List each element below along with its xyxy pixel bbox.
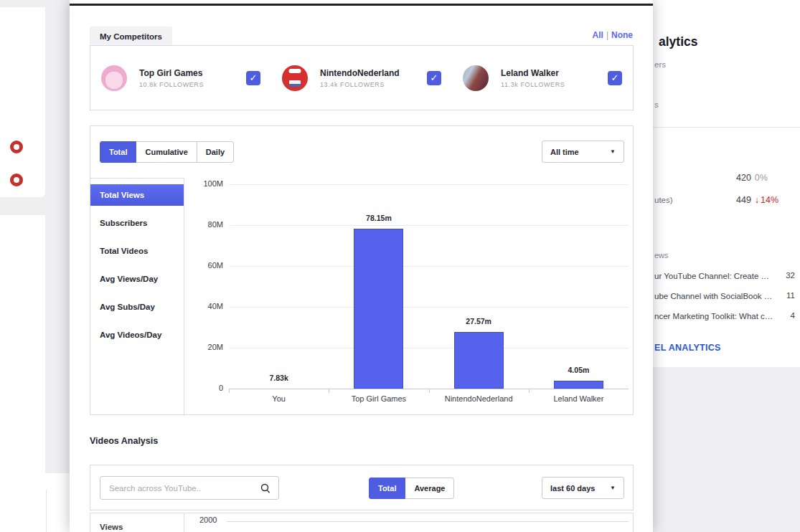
gridline	[229, 184, 629, 185]
competitor-followers: 10.8k FOLLOWERS	[139, 81, 204, 88]
x-axis-tick-mark	[529, 389, 530, 393]
competitor-checkbox[interactable]: ✓	[608, 71, 622, 85]
competitor-name: Leland Walker	[501, 68, 565, 78]
chevron-down-icon: ▼	[610, 148, 616, 155]
bg-video-title: ncer Marketing Toolkit: What can Soc...	[654, 312, 775, 320]
views-row-header-cell: Views	[90, 513, 184, 532]
nintendonederland-avatar	[282, 65, 308, 91]
modal-top-edge	[70, 4, 653, 6]
metric-item-total-videos[interactable]: Total Videos	[90, 240, 184, 262]
views-row-card: Views 2000	[90, 513, 634, 532]
search-icon	[260, 483, 271, 494]
youtube-icon	[10, 174, 23, 186]
metric-item-subscribers[interactable]: Subscribers	[90, 212, 184, 234]
bg-video-row: ur YouTube Channel: Create GORGEO...32	[654, 271, 798, 280]
competitor-followers: 11.3k FOLLOWERS	[501, 81, 565, 88]
competitor-texts: Leland Walker11.3k FOLLOWERS	[501, 68, 565, 88]
metric-item-avg-videos-day[interactable]: Avg Videos/Day	[90, 324, 184, 346]
y-axis-tick: 0	[184, 384, 223, 392]
stat-change: 14%	[761, 195, 778, 205]
metric-menu: Total ViewsSubscribersTotal VideosAvg Vi…	[90, 178, 184, 416]
select-all-link[interactable]: All	[593, 30, 603, 40]
background-left-card-bottom2	[0, 473, 70, 532]
metric-item-avg-views-day[interactable]: Avg Views/Day	[90, 268, 184, 290]
x-axis-tick-mark	[329, 389, 329, 393]
competitor-name: Top Girl Games	[139, 68, 204, 78]
down-arrow-icon: ↓	[755, 195, 759, 205]
metric-item-total-views[interactable]: Total Views	[90, 184, 184, 206]
text-fragment: ers	[654, 60, 666, 69]
divider	[653, 127, 800, 128]
tab-videos-total[interactable]: Total	[369, 478, 405, 499]
tab-videos-average[interactable]: Average	[405, 478, 454, 499]
select-links: All|None	[593, 30, 633, 40]
videos-time-range-value: last 60 days	[550, 484, 595, 493]
videos-time-range-select[interactable]: last 60 days ▼	[542, 477, 624, 499]
time-range-select[interactable]: All time ▼	[542, 141, 624, 163]
link-separator: |	[606, 30, 608, 40]
bg-video-count: 32	[786, 271, 795, 280]
tab-total[interactable]: Total	[100, 141, 136, 163]
views-axis-tick: 2000	[199, 516, 217, 524]
bg-video-title: ur YouTube Channel: Create GORGEO...	[654, 272, 775, 280]
stat-value: 420	[736, 173, 751, 183]
competitor-checkbox[interactable]: ✓	[246, 71, 260, 85]
channel-analytics-link-fragment[interactable]: EL ANALYTICS	[654, 343, 721, 353]
bar-nintendonederland[interactable]	[454, 332, 504, 389]
x-axis-tick-mark	[429, 389, 430, 393]
gridline	[229, 266, 629, 267]
videos-analysis-card: Total Average last 60 days ▼	[90, 465, 634, 510]
stat-row: 449↓14%	[736, 195, 778, 205]
competitor-item-nintendonederland: NintendoNederland13.4k FOLLOWERS✓	[271, 46, 452, 110]
stat-label-fragment: utes)	[654, 196, 673, 204]
bg-video-count: 11	[786, 291, 795, 300]
gridline	[229, 225, 629, 226]
videos-mode-tabs: Total Average	[369, 478, 454, 499]
x-axis-label: You	[229, 394, 329, 403]
tab-cumulative[interactable]: Cumulative	[136, 141, 197, 163]
x-axis-label: Top Girl Games	[329, 394, 428, 403]
background-left-card-top	[0, 7, 45, 197]
stat-row: 4200%	[736, 173, 768, 183]
bar-leland-walker[interactable]	[554, 381, 603, 389]
competitor-texts: Top Girl Games10.8k FOLLOWERS	[139, 68, 204, 88]
gridline	[229, 348, 629, 348]
top-girl-games-avatar	[101, 65, 127, 91]
competitor-item-leland-walker: Leland Walker11.3k FOLLOWERS✓	[452, 46, 633, 110]
chevron-down-icon: ▼	[610, 485, 616, 491]
bar-top-girl-games[interactable]	[354, 229, 403, 389]
y-axis-tick: 40M	[184, 302, 223, 310]
y-axis-tick: 20M	[184, 343, 223, 351]
select-none-link[interactable]: None	[611, 30, 633, 40]
gridline	[229, 307, 629, 308]
bg-video-row: ncer Marketing Toolkit: What can Soc...4	[654, 311, 798, 320]
videos-analysis-title: Videos Analysis	[90, 436, 158, 446]
bar-value-label: 78.15m	[329, 214, 428, 222]
x-axis-label: Leland Walker	[529, 394, 629, 403]
y-axis-tick: 60M	[184, 261, 223, 270]
search-input[interactable]	[109, 484, 260, 493]
background-analytics-panel: alytics ers s 4200% utes) 449↓14% ews ur…	[653, 0, 800, 367]
competitor-checkbox[interactable]: ✓	[427, 71, 441, 85]
youtube-icon	[10, 141, 23, 153]
gridline	[227, 521, 629, 522]
text-fragment: ews	[654, 251, 669, 260]
stat-change: 0%	[755, 173, 768, 183]
competitor-name: NintendoNederland	[320, 68, 400, 78]
metric-item-avg-subs-day[interactable]: Avg Subs/Day	[90, 296, 184, 318]
bar-value-label: 7.83k	[229, 374, 329, 382]
competitor-bar: Top Girl Games10.8k FOLLOWERS✓NintendoNe…	[90, 45, 634, 110]
competitor-followers: 13.4k FOLLOWERS	[320, 81, 400, 88]
time-range-value: All time	[550, 148, 579, 156]
divider	[46, 490, 47, 532]
competitors-modal: My Competitors All|None Top Girl Games10…	[70, 0, 653, 532]
tab-daily[interactable]: Daily	[197, 141, 234, 163]
bar-value-label: 4.05m	[529, 366, 629, 374]
stat-value: 449	[736, 195, 751, 205]
tab-my-competitors[interactable]: My Competitors	[90, 27, 172, 46]
leland-walker-avatar	[463, 65, 489, 91]
text-fragment: s	[654, 100, 659, 109]
x-axis-tick-mark	[229, 389, 230, 393]
metric-mode-tabs: Total Cumulative Daily	[100, 141, 234, 163]
bg-video-row: ube Channel with SocialBook Builder ...1…	[654, 291, 798, 300]
